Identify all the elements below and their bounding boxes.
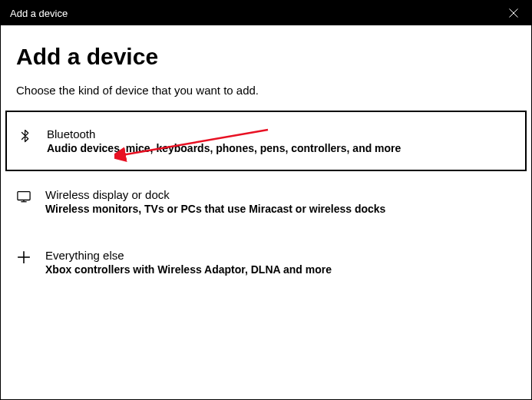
dialog-content: Add a device Choose the kind of device t…	[1, 25, 531, 293]
close-icon	[509, 8, 518, 18]
window-title: Add a device	[10, 8, 68, 19]
option-text: Wireless display or dock Wireless monito…	[45, 188, 385, 215]
window-titlebar: Add a device	[1, 1, 531, 25]
option-title: Bluetooth	[47, 127, 401, 140]
page-title: Add a device	[16, 44, 516, 70]
plus-icon	[16, 250, 31, 264]
device-options-list: Bluetooth Audio devices, mice, keyboards…	[1, 111, 531, 293]
svg-rect-2	[18, 192, 30, 200]
option-description: Wireless monitors, TVs or PCs that use M…	[45, 203, 385, 215]
option-text: Everything else Xbox controllers with Wi…	[45, 249, 332, 276]
option-title: Wireless display or dock	[45, 188, 385, 201]
option-title: Everything else	[45, 249, 332, 262]
option-everything-else[interactable]: Everything else Xbox controllers with Wi…	[1, 232, 531, 293]
close-button[interactable]	[496, 1, 531, 25]
display-icon	[16, 190, 31, 203]
option-description: Xbox controllers with Wireless Adaptor, …	[45, 263, 332, 276]
bluetooth-icon	[18, 129, 33, 143]
option-text: Bluetooth Audio devices, mice, keyboards…	[47, 127, 401, 154]
option-wireless-display[interactable]: Wireless display or dock Wireless monito…	[1, 171, 531, 232]
page-subtitle: Choose the kind of device that you want …	[16, 84, 516, 97]
option-description: Audio devices, mice, keyboards, phones, …	[47, 142, 401, 154]
option-bluetooth[interactable]: Bluetooth Audio devices, mice, keyboards…	[5, 111, 527, 171]
